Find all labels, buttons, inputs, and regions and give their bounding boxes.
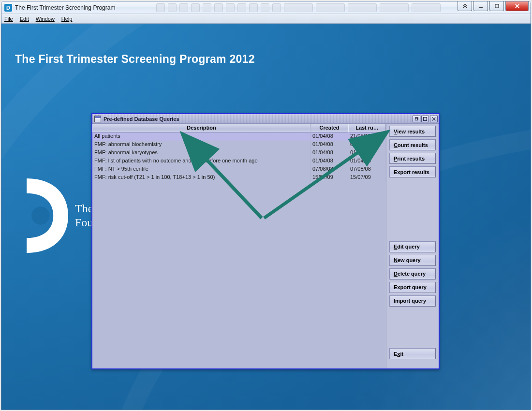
logo: The Fou bbox=[15, 178, 93, 253]
annotation-arrows bbox=[92, 114, 441, 370]
svg-line-3 bbox=[184, 136, 262, 218]
svg-rect-2 bbox=[424, 117, 427, 120]
cell-description: FMF: abnormal karyotypes bbox=[92, 149, 310, 157]
logo-text: The Fou bbox=[75, 202, 93, 230]
menu-help[interactable]: Help bbox=[61, 16, 73, 22]
cell-description: FMF: list of patients with no outcome an… bbox=[92, 157, 310, 165]
titlebar: D The First Trimester Screening Program bbox=[1, 1, 531, 14]
dialog-close-button[interactable] bbox=[430, 116, 438, 122]
cell-description: FMF: risk cut-off (T21 > 1 in 100, T18+1… bbox=[92, 174, 310, 182]
edit-query-button[interactable]: Edit query bbox=[389, 241, 436, 252]
cell-lastrun: 21/05/15 bbox=[348, 132, 386, 141]
menu-edit[interactable]: Edit bbox=[20, 16, 29, 22]
button-pane: View results Count results Print results… bbox=[386, 124, 439, 368]
import-query-button[interactable]: Import query bbox=[389, 295, 436, 307]
minimize-button[interactable] bbox=[473, 1, 488, 11]
menu-window[interactable]: Window bbox=[36, 16, 55, 22]
dialog-restore-button[interactable] bbox=[413, 116, 420, 122]
close-button[interactable] bbox=[505, 1, 529, 11]
count-results-button[interactable]: Count results bbox=[389, 139, 436, 150]
obscured-toolbar bbox=[156, 2, 461, 13]
window-title: The First Trimester Screening Program bbox=[15, 4, 115, 11]
menu-file[interactable]: File bbox=[4, 16, 13, 22]
table-row[interactable]: FMF: abnormal biochemistry01/04/0801/04/… bbox=[92, 141, 386, 149]
window-controls bbox=[458, 1, 529, 11]
export-results-button[interactable]: Export results bbox=[389, 166, 436, 177]
cell-created: 07/08/08 bbox=[310, 165, 348, 174]
exit-button[interactable]: Exit bbox=[389, 348, 436, 359]
maximize-button[interactable] bbox=[489, 1, 504, 11]
cell-lastrun: 01/04/08 bbox=[348, 157, 386, 165]
table-row[interactable]: FMF: abnormal karyotypes01/04/0801/04/08 bbox=[92, 149, 386, 157]
cell-lastrun: 07/08/08 bbox=[348, 165, 386, 174]
svg-rect-0 bbox=[495, 4, 498, 8]
cell-created: 01/04/08 bbox=[310, 132, 348, 141]
app-icon: D bbox=[4, 4, 12, 12]
svg-point-1 bbox=[31, 206, 49, 224]
logo-text-line1: The bbox=[75, 202, 93, 216]
extra-window-button[interactable] bbox=[458, 1, 472, 11]
table-row[interactable]: FMF: list of patients with no outcome an… bbox=[92, 157, 386, 165]
col-header-description[interactable]: Description bbox=[92, 124, 310, 132]
cell-description: All patients bbox=[92, 132, 310, 141]
cell-created: 15/07/09 bbox=[310, 174, 348, 182]
queries-dialog: Pre-defined Database Queries Description… bbox=[91, 113, 440, 369]
client-area: The First Trimester Screening Program 20… bbox=[1, 24, 531, 410]
print-results-button[interactable]: Print results bbox=[389, 153, 436, 164]
delete-query-button[interactable]: Delete query bbox=[389, 268, 436, 279]
cell-lastrun: 15/07/09 bbox=[348, 174, 386, 182]
svg-line-4 bbox=[264, 133, 385, 218]
table-row[interactable]: FMF: risk cut-off (T21 > 1 in 100, T18+1… bbox=[92, 174, 386, 182]
page-title: The First Trimester Screening Program 20… bbox=[15, 53, 255, 66]
view-results-button[interactable]: View results bbox=[389, 126, 436, 137]
logo-mark-icon bbox=[15, 178, 68, 253]
dialog-titlebar: Pre-defined Database Queries bbox=[92, 114, 439, 124]
logo-text-line2: Fou bbox=[75, 216, 93, 230]
app-window: D The First Trimester Screening Program … bbox=[1, 1, 531, 410]
cell-lastrun: 01/04/08 bbox=[348, 141, 386, 149]
cell-created: 01/04/08 bbox=[310, 157, 348, 165]
cell-description: FMF: NT > 95th centile bbox=[92, 165, 310, 174]
dialog-body: Description Created Last ru… All patient… bbox=[92, 124, 439, 368]
cell-description: FMF: abnormal biochemistry bbox=[92, 141, 310, 149]
export-query-button[interactable]: Export query bbox=[389, 282, 436, 293]
column-headers: Description Created Last ru… bbox=[92, 124, 386, 132]
cell-created: 01/04/08 bbox=[310, 141, 348, 149]
cell-lastrun: 01/04/08 bbox=[348, 149, 386, 157]
menubar: File Edit Window Help bbox=[1, 14, 531, 24]
query-table: Description Created Last ru… All patient… bbox=[92, 124, 386, 368]
cell-created: 01/04/08 bbox=[310, 149, 348, 157]
new-query-button[interactable]: New query bbox=[389, 255, 436, 266]
table-row[interactable]: FMF: NT > 95th centile07/08/0807/08/08 bbox=[92, 165, 386, 174]
dialog-title: Pre-defined Database Queries bbox=[103, 116, 179, 122]
dialog-icon bbox=[94, 116, 101, 122]
col-header-created[interactable]: Created bbox=[310, 124, 348, 132]
col-header-lastrun[interactable]: Last ru… bbox=[348, 124, 386, 132]
dialog-maximize-button[interactable] bbox=[421, 116, 429, 122]
table-row[interactable]: All patients01/04/0821/05/15 bbox=[92, 132, 386, 141]
